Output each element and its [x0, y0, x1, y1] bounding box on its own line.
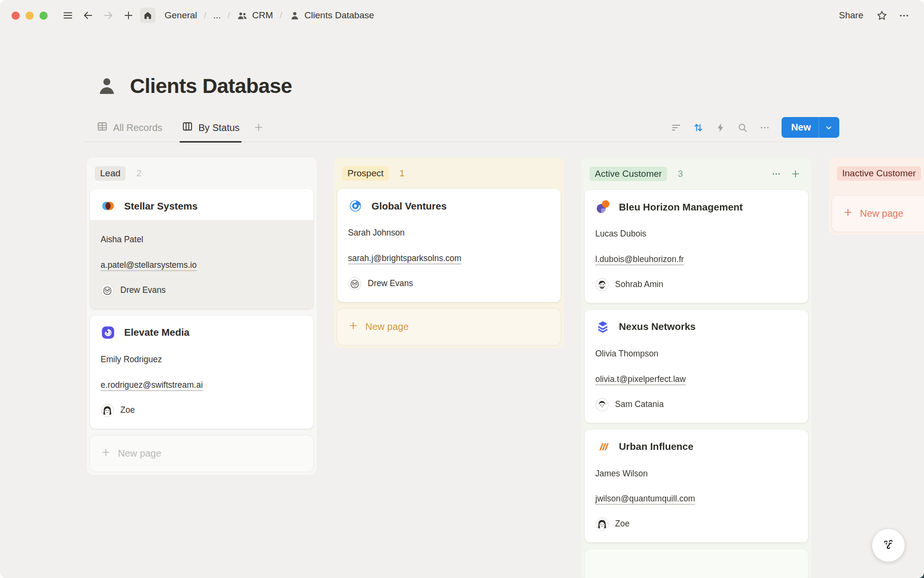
back-icon[interactable]: [79, 7, 97, 24]
breadcrumb-clients-database[interactable]: Clients Database: [287, 9, 377, 23]
card-email-link[interactable]: a.patel@stellarsystems.io: [101, 260, 197, 271]
avatar-zoe: [595, 517, 609, 531]
people-icon: [237, 10, 248, 21]
tab-all-records[interactable]: All Records: [95, 118, 163, 142]
breadcrumb-separator: /: [280, 10, 282, 21]
share-button[interactable]: Share: [834, 7, 868, 24]
kanban-board: Lead 2 Stellar Systems Aisha Patel a.pat…: [85, 158, 924, 578]
new-button-label[interactable]: New: [782, 122, 819, 133]
column-header: Active Customer 3: [585, 161, 808, 190]
breadcrumb-crm[interactable]: CRM: [234, 9, 275, 23]
plus-icon: [348, 320, 359, 333]
zoom-window-button[interactable]: [39, 12, 48, 20]
card-contact-name: Olivia Thompson: [595, 349, 797, 359]
new-page-button[interactable]: New page: [337, 309, 561, 345]
card-contact-name: James Wilson: [595, 469, 797, 479]
card-owner-row: Sam Catania: [595, 398, 797, 411]
column-more-icon[interactable]: [769, 166, 784, 182]
new-record-button[interactable]: New: [782, 117, 839, 138]
card-owner-name: Sam Catania: [615, 399, 664, 410]
client-card[interactable]: Stellar Systems Aisha Patel a.patel@stel…: [90, 189, 313, 309]
forward-icon[interactable]: [100, 7, 117, 24]
board-column-inactive: Inactive Customer New page: [829, 158, 924, 235]
card-owner-name: Sohrab Amin: [615, 279, 663, 290]
view-toolbar: New: [667, 117, 839, 142]
close-window-button[interactable]: [12, 12, 20, 20]
breadcrumb-ellipsis[interactable]: ...: [211, 9, 223, 22]
new-button-chevron-down-icon[interactable]: [819, 117, 839, 138]
slashes-icon: [595, 439, 610, 454]
card-email-link[interactable]: l.dubois@bleuhorizon.fr: [595, 254, 684, 265]
new-page-button-peek[interactable]: [585, 549, 808, 578]
card-header: Nexus Networks: [595, 319, 797, 334]
card-email-link[interactable]: e.rodriguez@swiftstream.ai: [101, 380, 203, 391]
card-header: Urban Influence: [595, 439, 797, 454]
avatar-sam: [595, 398, 609, 411]
column-count: 2: [136, 168, 141, 179]
person-icon: [289, 10, 300, 21]
view-more-icon[interactable]: [756, 118, 774, 137]
card-header: Elevate Media: [101, 325, 303, 340]
new-tab-icon[interactable]: [120, 7, 137, 24]
card-owner-name: Zoe: [615, 519, 629, 529]
board-column-prospect: Prospect 1 Global Ventures Sarah Johnson…: [334, 158, 564, 348]
column-add-card-icon[interactable]: [788, 166, 803, 182]
status-pill-prospect[interactable]: Prospect: [342, 166, 389, 181]
breadcrumb-separator: /: [228, 10, 230, 21]
new-page-button[interactable]: New page: [90, 435, 313, 472]
breadcrumb: General / ... / CRM / Clients Database: [162, 9, 376, 23]
card-owner-row: Zoe: [101, 404, 303, 417]
automation-bolt-icon[interactable]: [711, 118, 730, 137]
avatar-drew: [348, 277, 361, 290]
card-title: Nexus Networks: [619, 321, 696, 332]
search-icon[interactable]: [733, 118, 752, 137]
column-header: Inactive Customer: [832, 161, 924, 189]
avatar-sohrab: [595, 278, 609, 291]
app-window: General / ... / CRM / Clients Database S…: [0, 0, 924, 578]
minimize-window-button[interactable]: [26, 12, 34, 20]
column-count: 3: [678, 169, 683, 179]
filter-icon[interactable]: [667, 118, 685, 137]
client-card[interactable]: Global Ventures Sarah Johnson sarah.j@br…: [337, 189, 561, 302]
stack-icon: [595, 319, 610, 334]
client-card[interactable]: Bleu Horizon Management Lucas Dubois l.d…: [585, 190, 808, 303]
card-contact-name: Aisha Patel: [101, 235, 303, 245]
card-email-link[interactable]: olivia.t@pixelperfect.law: [595, 374, 686, 385]
card-contact-name: Emily Rodriguez: [101, 355, 303, 365]
card-owner-row: Drew Evans: [101, 284, 303, 297]
person-icon[interactable]: [95, 75, 118, 98]
add-view-icon[interactable]: [251, 122, 266, 142]
card-title: Stellar Systems: [124, 200, 198, 212]
card-title: Elevate Media: [124, 327, 190, 338]
avatar-drew: [101, 284, 114, 297]
tab-by-status[interactable]: By Status: [180, 118, 241, 142]
plus-icon: [101, 447, 111, 460]
status-pill-inactive[interactable]: Inactive Customer: [837, 166, 921, 181]
card-email-link[interactable]: jwilson@quantumquill.com: [595, 494, 695, 504]
favorite-star-icon[interactable]: [873, 7, 890, 24]
swirl-icon: [348, 198, 363, 213]
card-contact-name: Sarah Johnson: [348, 228, 550, 238]
sidebar-toggle-icon[interactable]: [59, 7, 77, 24]
venn-icon: [101, 198, 116, 213]
client-card[interactable]: Elevate Media Emily Rodriguez e.rodrigue…: [90, 315, 313, 429]
card-title: Bleu Horizon Management: [619, 201, 743, 213]
card-title: Urban Influence: [619, 441, 693, 452]
new-page-button[interactable]: New page: [832, 196, 924, 232]
status-pill-active[interactable]: Active Customer: [590, 167, 667, 181]
notion-ai-button[interactable]: [872, 529, 905, 562]
more-options-icon[interactable]: [895, 7, 912, 24]
breadcrumb-separator: /: [204, 10, 206, 21]
avatar-zoe: [101, 404, 114, 417]
board-icon: [181, 120, 193, 135]
plus-icon: [843, 207, 853, 220]
home-icon[interactable]: [140, 8, 155, 23]
status-pill-lead[interactable]: Lead: [95, 166, 126, 181]
view-tabs-row: All Records By Status: [85, 117, 839, 142]
client-card[interactable]: Nexus Networks Olivia Thompson olivia.t@…: [585, 310, 808, 423]
breadcrumb-general[interactable]: General: [162, 9, 200, 22]
card-email-link[interactable]: sarah.j@brightsparksolns.com: [348, 253, 462, 264]
sort-icon[interactable]: [689, 118, 707, 137]
client-card[interactable]: Urban Influence James Wilson jwilson@qua…: [585, 430, 808, 543]
card-owner-row: Zoe: [595, 517, 797, 531]
